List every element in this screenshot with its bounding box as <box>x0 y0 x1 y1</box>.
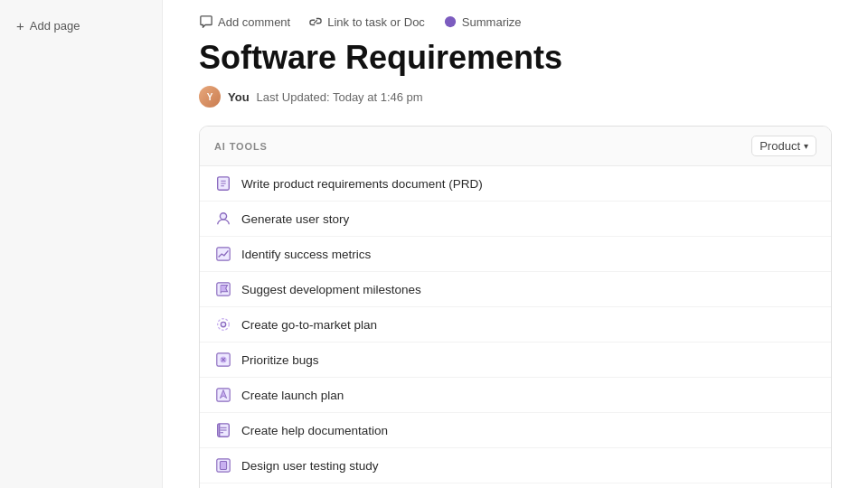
tool-item[interactable]: Create help documentation <box>200 413 831 448</box>
svg-point-0 <box>445 16 456 27</box>
tool-label: Create launch plan <box>241 389 344 402</box>
tool-item[interactable]: Write product requirements document (PRD… <box>200 166 831 202</box>
add-comment-button[interactable]: Add comment <box>199 14 290 29</box>
tool-icon <box>214 351 232 369</box>
last-updated: Last Updated: Today at 1:46 pm <box>257 90 423 104</box>
tool-item[interactable]: Prioritize bugs <box>200 343 831 378</box>
link-icon <box>308 14 323 29</box>
product-dropdown[interactable]: Product ▾ <box>751 136 816 156</box>
product-dropdown-label: Product <box>760 139 800 153</box>
tool-item[interactable]: Create launch plan <box>200 378 831 413</box>
tool-item[interactable]: Design user testing study <box>200 448 831 483</box>
meta-row: Y You Last Updated: Today at 1:46 pm <box>199 86 832 108</box>
summarize-button[interactable]: Summarize <box>443 14 522 29</box>
page-title: Software Requirements <box>199 38 832 77</box>
link-to-task-label: Link to task or Doc <box>327 15 425 29</box>
add-page-button[interactable]: + Add page <box>11 14 85 37</box>
ai-tools-label: AI TOOLS <box>214 141 268 152</box>
avatar: Y <box>199 86 221 108</box>
chevron-down-icon: ▾ <box>804 141 808 151</box>
tool-label: Write product requirements document (PRD… <box>241 177 483 191</box>
tool-label: Create go-to-market plan <box>241 318 377 332</box>
toolbar: Add comment Link to task or Doc Summariz… <box>199 14 832 29</box>
tool-icon <box>214 386 232 404</box>
tool-item[interactable]: Generate user story <box>200 202 831 237</box>
ai-tools-panel: AI TOOLS Product ▾ Write product require… <box>199 126 832 488</box>
summarize-icon <box>443 14 458 29</box>
tool-icon <box>214 456 232 474</box>
summarize-label: Summarize <box>462 15 522 29</box>
tool-list: Write product requirements document (PRD… <box>200 166 831 488</box>
author-name: You <box>228 90 250 104</box>
ai-tools-header: AI TOOLS Product ▾ <box>200 127 831 166</box>
sidebar: + Add page <box>0 0 163 488</box>
add-comment-label: Add comment <box>218 15 290 29</box>
tool-label: Generate user story <box>241 212 349 226</box>
tool-item[interactable]: Create market research survey <box>200 483 831 488</box>
tool-item[interactable]: Identify success metrics <box>200 237 831 272</box>
comment-icon <box>199 14 213 29</box>
tool-label: Design user testing study <box>241 459 379 473</box>
tool-icon <box>214 245 232 263</box>
svg-rect-6 <box>217 248 230 260</box>
tool-icon <box>214 280 232 298</box>
tool-icon <box>214 421 232 439</box>
tool-label: Identify success metrics <box>241 248 371 261</box>
tool-label: Suggest development milestones <box>241 283 421 296</box>
svg-rect-23 <box>220 462 226 470</box>
tool-label: Prioritize bugs <box>241 353 319 367</box>
tool-icon <box>214 174 232 192</box>
tool-label: Create help documentation <box>241 424 388 437</box>
tool-item[interactable]: Create go-to-market plan <box>200 307 831 343</box>
add-page-label: Add page <box>30 19 80 33</box>
link-to-task-button[interactable]: Link to task or Doc <box>308 14 425 29</box>
svg-point-5 <box>220 213 226 220</box>
tool-item[interactable]: Suggest development milestones <box>200 272 831 307</box>
tool-icon <box>214 315 232 333</box>
main-content: Add comment Link to task or Doc Summariz… <box>163 0 868 488</box>
tool-icon <box>214 210 232 228</box>
plus-icon: + <box>16 18 24 33</box>
svg-point-9 <box>221 322 225 326</box>
